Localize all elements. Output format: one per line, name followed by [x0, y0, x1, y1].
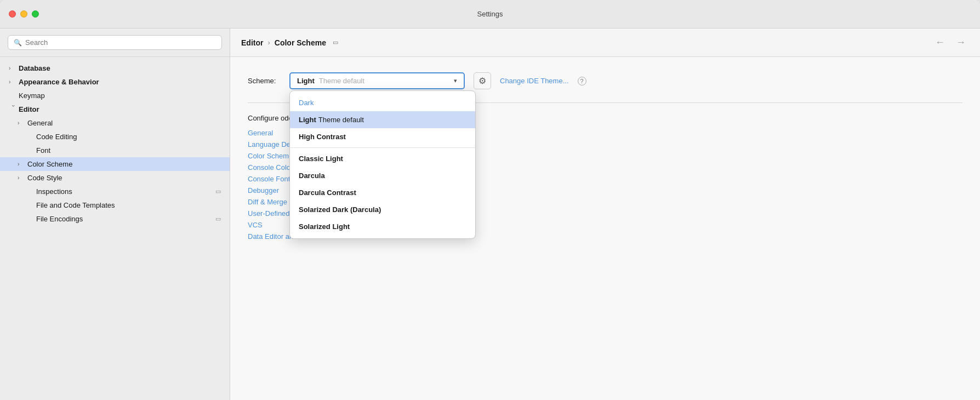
dropdown-item-label: Classic Light [299, 155, 343, 163]
dropdown-item-label-bold: Light [299, 116, 316, 124]
dropdown-item-solarized-dark[interactable]: Solarized Dark (Darcula) [290, 201, 475, 218]
badge-icon: ▭ [215, 215, 221, 222]
sidebar-item-label: Code Style [27, 174, 62, 182]
badge-icon: ▭ [215, 188, 221, 195]
main-content: 🔍 › Database › Appearance & Behavior › [0, 28, 980, 400]
sidebar-item-editor[interactable]: › Editor [0, 102, 230, 116]
help-icon[interactable]: ? [578, 77, 586, 85]
dropdown-item-dark[interactable]: Dark [290, 94, 475, 111]
sidebar-item-label: File Encodings [36, 215, 83, 223]
forward-button[interactable]: → [953, 36, 969, 49]
dropdown-item-label: Dark [299, 99, 314, 107]
dropdown-item-label: High Contrast [299, 133, 346, 141]
scheme-selected-bold: Light [297, 77, 315, 85]
traffic-lights [9, 10, 39, 18]
nav-arrows: ← → [932, 36, 969, 49]
settings-window: Settings 🔍 › Database › Appear [0, 0, 980, 400]
sidebar-item-label: File and Code Templates [36, 201, 115, 209]
dropdown-item-label: Solarized Dark (Darcula) [299, 205, 381, 214]
breadcrumb: Editor › Color Scheme ▭ [241, 38, 338, 47]
sidebar-item-label: Keymap [19, 92, 45, 100]
panel-header: Editor › Color Scheme ▭ ← → [230, 28, 980, 57]
sidebar-item-file-encodings[interactable]: › File Encodings ▭ [0, 212, 230, 226]
breadcrumb-color-scheme: Color Scheme [275, 38, 326, 47]
breadcrumb-icon: ▭ [333, 39, 338, 46]
chevron-down-icon: ▾ [454, 77, 457, 84]
scheme-dropdown-button[interactable]: Light Theme default ▾ [289, 72, 465, 89]
sidebar-item-label: Appearance & Behavior [19, 78, 99, 86]
scheme-row: Scheme: Light Theme default ▾ Dark [248, 72, 962, 89]
search-input-wrapper[interactable]: 🔍 [8, 35, 222, 50]
breadcrumb-separator: › [267, 38, 270, 47]
sidebar-item-label: Code Editing [36, 133, 77, 141]
sidebar-item-file-code-templates[interactable]: › File and Code Templates [0, 198, 230, 212]
chevron-right-icon: › [9, 65, 18, 71]
chevron-right-icon: › [18, 175, 26, 181]
sidebar: 🔍 › Database › Appearance & Behavior › [0, 28, 230, 400]
sidebar-item-database[interactable]: › Database [0, 61, 230, 75]
sidebar-item-general[interactable]: › General [0, 116, 230, 130]
chevron-down-icon: › [10, 105, 16, 114]
sidebar-item-label: Inspections [36, 187, 72, 196]
sidebar-tree: › Database › Appearance & Behavior › Key… [0, 57, 230, 400]
sidebar-item-label: General [27, 119, 53, 127]
sidebar-item-code-editing[interactable]: › Code Editing [0, 130, 230, 144]
sidebar-item-inspections[interactable]: › Inspections ▭ [0, 185, 230, 198]
dropdown-item-label-rest: Theme default [318, 116, 364, 124]
sidebar-item-appearance[interactable]: › Appearance & Behavior [0, 75, 230, 89]
sidebar-item-label: Editor [19, 105, 39, 113]
chevron-right-icon: › [18, 120, 26, 126]
dropdown-item-label: Solarized Light [299, 222, 350, 231]
main-panel: Editor › Color Scheme ▭ ← → Scheme: [230, 28, 980, 400]
search-icon: 🔍 [14, 39, 22, 47]
scheme-dropdown: Light Theme default ▾ Dark [289, 72, 465, 89]
dropdown-item-high-contrast[interactable]: High Contrast [290, 128, 475, 145]
gear-button[interactable]: ⚙ [474, 72, 491, 89]
search-input[interactable] [25, 38, 216, 47]
sidebar-item-label: Color Scheme [27, 160, 72, 168]
dropdown-item-label: Darcula [299, 172, 325, 180]
chevron-right-icon: › [9, 79, 18, 85]
search-bar: 🔍 [0, 28, 230, 57]
dropdown-item-classic-light[interactable]: Classic Light [290, 150, 475, 167]
window-title: Settings [477, 10, 503, 18]
panel-body: Scheme: Light Theme default ▾ Dark [230, 57, 980, 400]
sidebar-item-color-scheme[interactable]: › Color Scheme [0, 157, 230, 171]
dropdown-item-darcula-contrast[interactable]: Darcula Contrast [290, 184, 475, 201]
close-button[interactable] [9, 10, 16, 18]
dropdown-item-solarized-light[interactable]: Solarized Light [290, 218, 475, 235]
sidebar-item-label: Font [36, 146, 50, 155]
sidebar-item-font[interactable]: › Font [0, 144, 230, 157]
chevron-right-icon: › [18, 161, 26, 167]
scheme-label: Scheme: [248, 77, 281, 85]
dropdown-divider [290, 147, 475, 148]
scheme-dropdown-menu: Dark Light Theme default High Contrast [289, 90, 476, 239]
dropdown-item-label: Darcula Contrast [299, 188, 356, 197]
sidebar-item-keymap[interactable]: › Keymap [0, 89, 230, 102]
minimize-button[interactable] [20, 10, 27, 18]
sidebar-item-code-style[interactable]: › Code Style [0, 171, 230, 185]
dropdown-item-darcula[interactable]: Darcula [290, 167, 475, 184]
sidebar-item-label: Database [19, 64, 50, 72]
back-button[interactable]: ← [932, 36, 948, 49]
scheme-selected-light: Theme default [319, 77, 364, 85]
maximize-button[interactable] [32, 10, 39, 18]
title-bar: Settings [0, 0, 980, 28]
change-theme-link[interactable]: Change IDE Theme... [500, 77, 569, 85]
breadcrumb-editor: Editor [241, 38, 263, 47]
dropdown-item-light-default[interactable]: Light Theme default [290, 111, 475, 128]
